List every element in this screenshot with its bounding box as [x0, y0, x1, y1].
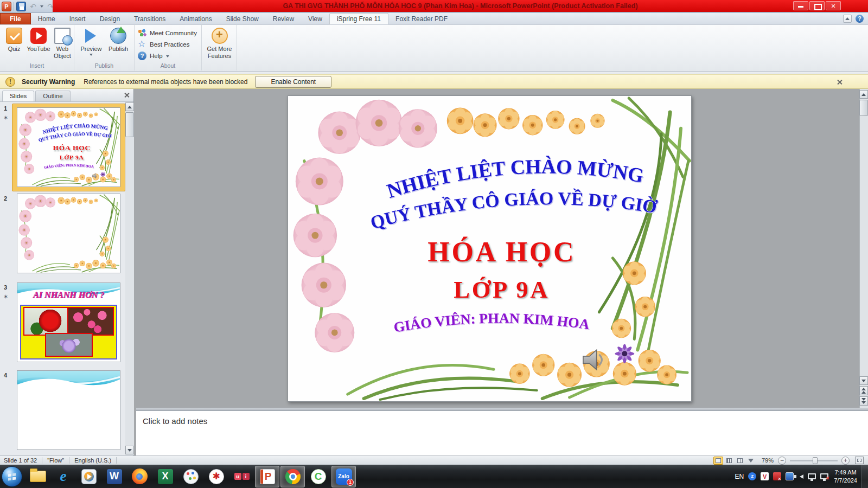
- slide-3-title: AI NHANH HƠN ?: [17, 290, 120, 300]
- best-practices-button[interactable]: Best Practices: [135, 38, 201, 50]
- panel-close-icon[interactable]: [124, 92, 130, 98]
- welcome-text-graphic[interactable]: NHIỆT LIỆT CHÀO MỪNG QUÝ THẦY CÔ GIÁO VỀ…: [365, 139, 663, 236]
- zoom-slider[interactable]: [790, 460, 838, 461]
- close-button[interactable]: [826, 1, 841, 10]
- language-indicator[interactable]: English (U.S.): [74, 457, 111, 464]
- slide-show-button[interactable]: [746, 457, 756, 465]
- taskbar-word-icon[interactable]: W: [102, 466, 126, 487]
- undo-dropdown-icon[interactable]: [40, 5, 43, 8]
- language-bar[interactable]: EN: [735, 473, 744, 480]
- zoom-in-button[interactable]: [841, 457, 850, 465]
- tab-ispring-free[interactable]: iSpring Free 11: [329, 13, 388, 24]
- network-error-icon[interactable]: [820, 473, 828, 479]
- slide-3-animation-icon: [3, 293, 8, 300]
- slide-1-thumbnail[interactable]: NHIỆT LIỆT CHÀO MỪNG QUÝ THẦY CÔ GIÁO VỀ…: [17, 107, 120, 187]
- taskbar-media-player-icon[interactable]: [76, 466, 101, 487]
- save-icon[interactable]: [16, 2, 26, 11]
- zoom-level[interactable]: 79%: [762, 457, 774, 464]
- quiz-button[interactable]: Quiz: [3, 28, 25, 53]
- slide-3-number: 3: [4, 284, 7, 291]
- taskbar-explorer-icon[interactable]: [25, 466, 50, 487]
- wave-graphic: [17, 371, 120, 389]
- zalo-notification-badge: 1: [347, 479, 354, 486]
- subject-text-graphic[interactable]: HÓA HỌC LỚP 9A: [401, 230, 603, 311]
- get-more-features-button[interactable]: Get More Features: [205, 28, 234, 59]
- tab-animations[interactable]: Animations: [173, 13, 219, 24]
- taskbar-chrome-icon[interactable]: [280, 466, 305, 487]
- undo-icon[interactable]: [28, 2, 38, 11]
- audio-speaker-icon[interactable]: [580, 346, 611, 373]
- panel-scroll-down-icon[interactable]: [125, 446, 134, 454]
- tray-alert-icon[interactable]: [773, 472, 781, 480]
- slide-sorter-view-button[interactable]: [724, 457, 734, 465]
- security-bar-close-icon[interactable]: [837, 79, 843, 85]
- web-object-button[interactable]: Web Object: [52, 28, 73, 59]
- slide-1-number: 1: [4, 105, 7, 112]
- tab-insert[interactable]: Insert: [62, 13, 93, 24]
- help-button[interactable]: Help: [135, 50, 201, 61]
- tab-slides[interactable]: Slides: [2, 91, 34, 101]
- publish-button[interactable]: Publish: [106, 28, 131, 53]
- maximize-button[interactable]: [809, 1, 825, 10]
- main-scrollbar-thumb[interactable]: [859, 100, 868, 116]
- tab-transitions[interactable]: Transitions: [127, 13, 173, 24]
- slide-editing-area[interactable]: NHIỆT LIỆT CHÀO MỪNG QUÝ THẦY CÔ GIÁO VỀ…: [288, 95, 692, 402]
- svg-text:LỚP 9A: LỚP 9A: [454, 276, 550, 303]
- tab-review[interactable]: Review: [266, 13, 301, 24]
- panel-scrollbar-thumb[interactable]: [125, 112, 134, 137]
- slide-3-thumbnail[interactable]: AI NHANH HƠN ?: [17, 282, 120, 362]
- taskbar-firefox-icon[interactable]: [127, 466, 152, 487]
- next-slide-button[interactable]: [859, 396, 868, 406]
- tab-slide-show[interactable]: Slide Show: [219, 13, 266, 24]
- taskbar-internet-explorer-icon[interactable]: [51, 466, 75, 487]
- slide-4-thumbnail[interactable]: [17, 370, 120, 450]
- powerpoint-logo-icon[interactable]: [2, 2, 11, 11]
- slide-2-thumbnail[interactable]: [17, 194, 120, 273]
- tab-home[interactable]: Home: [31, 13, 62, 24]
- normal-view-button[interactable]: [713, 457, 723, 465]
- tray-v-icon[interactable]: [761, 472, 769, 480]
- display-icon[interactable]: [808, 473, 816, 479]
- taskbar-excel-icon[interactable]: X: [153, 466, 177, 487]
- clock[interactable]: 7:49 AM 7/7/2024: [834, 468, 857, 485]
- previous-slide-button[interactable]: [859, 386, 868, 395]
- teacher-text-graphic[interactable]: GIÁO VIÊN: PHAN KIM HOA: [381, 306, 603, 343]
- zoom-slider-thumb[interactable]: [813, 457, 818, 464]
- meet-community-button[interactable]: Meet Community: [135, 27, 201, 38]
- taskbar-maple-icon[interactable]: [204, 466, 228, 487]
- tab-design[interactable]: Design: [93, 13, 127, 24]
- tab-file[interactable]: File: [0, 13, 31, 24]
- theme-name[interactable]: "Flow": [47, 457, 64, 464]
- zoom-out-button[interactable]: [778, 457, 786, 465]
- help-icon[interactable]: [856, 15, 864, 23]
- preview-button[interactable]: Preview: [79, 28, 104, 56]
- volume-icon[interactable]: [800, 474, 803, 479]
- show-desktop-button[interactable]: [861, 465, 868, 488]
- scroll-down-icon[interactable]: [859, 376, 868, 385]
- scroll-up-icon[interactable]: [859, 90, 868, 99]
- tab-foxit-reader-pdf[interactable]: Foxit Reader PDF: [388, 13, 455, 24]
- taskbar-unikey-icon[interactable]: ui: [229, 466, 254, 487]
- tray-unikey-icon[interactable]: [786, 472, 794, 480]
- ribbon-group-about: Meet Community Best Practices Help About: [135, 25, 202, 70]
- main-scrollbar[interactable]: [859, 89, 868, 408]
- tab-view[interactable]: View: [301, 13, 329, 24]
- taskbar-paint-icon[interactable]: [178, 466, 203, 487]
- taskbar-coccoc-icon[interactable]: [306, 466, 330, 487]
- panel-scrollbar[interactable]: [125, 102, 134, 455]
- taskbar-zalo-icon[interactable]: Zalo 1: [331, 466, 356, 487]
- tab-outline[interactable]: Outline: [35, 91, 70, 101]
- minimize-button[interactable]: [793, 1, 808, 10]
- notes-pane[interactable]: Click to add notes: [136, 410, 868, 455]
- youtube-button[interactable]: YouTube: [25, 28, 52, 53]
- panel-scroll-up-icon[interactable]: [125, 102, 134, 111]
- enable-content-button[interactable]: Enable Content: [255, 76, 331, 88]
- fit-to-window-button[interactable]: [855, 457, 864, 464]
- taskbar-powerpoint-icon[interactable]: P: [255, 466, 279, 487]
- question-icon: [138, 52, 146, 60]
- peach-blossom-photo: [67, 307, 114, 336]
- tray-zalo-icon[interactable]: [748, 472, 756, 480]
- reading-view-button[interactable]: [735, 457, 745, 465]
- minimize-ribbon-icon[interactable]: [843, 15, 852, 23]
- start-button[interactable]: [2, 466, 22, 487]
